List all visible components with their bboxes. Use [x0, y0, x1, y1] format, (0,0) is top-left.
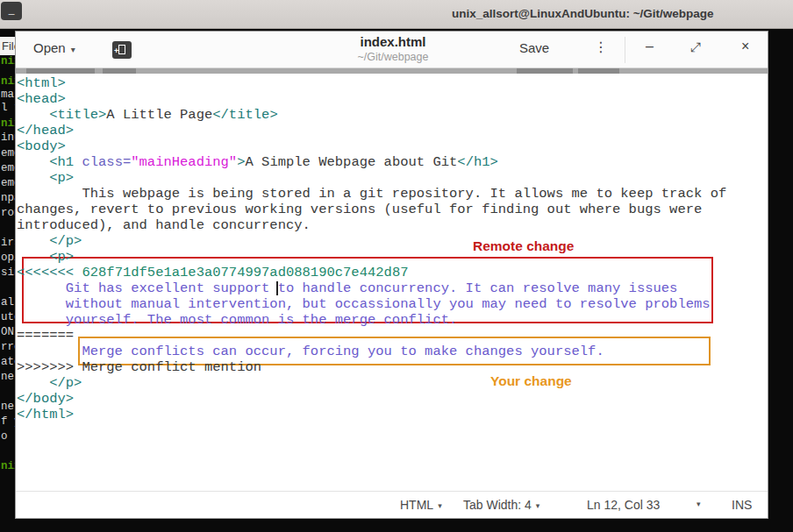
terminal-text-fragment: ate [1, 356, 16, 369]
window-corner-button[interactable]: _ [1, 2, 22, 20]
code-segment-hash: 628f71df5e1a1e3a0774997ad088190c7e442d87 [82, 265, 408, 280]
code-segment-plain [17, 375, 49, 391]
document-title: index.html [305, 34, 481, 49]
code-segment-purple: yourself. The most common is the merge c… [17, 312, 457, 328]
terminal-text-fragment: uto [1, 311, 16, 324]
gedit-window: Open▾ + index.html ~/Git/webpage Save ⋮ … [15, 31, 768, 519]
terminal-text-fragment: inu [1, 131, 16, 145]
code-content: <html><head> <title>A Little Page</title… [17, 75, 726, 422]
code-segment-plain: A Simple Webpage about Git [245, 154, 457, 170]
code-line: >>>>>>> Merge conflict mention [17, 359, 726, 375]
terminal-file-menu[interactable]: File [0, 37, 16, 55]
code-segment-plain: introduced), and handle concurrency. [17, 217, 311, 233]
code-line: <h1 class="mainHeading">A Simple Webpage… [17, 154, 726, 170]
code-line: <body> [17, 138, 726, 154]
code-line: <title>A Little Page</title> [17, 107, 726, 123]
code-line: <head> [17, 91, 726, 107]
code-line: yourself. The most common is the merge c… [17, 312, 726, 328]
code-line: ======= [17, 328, 726, 344]
code-segment-plain: changes, revert to previous working vers… [17, 202, 702, 217]
header-separator [625, 37, 625, 63]
code-line: <p> [17, 170, 726, 186]
code-segment-tag: <<<<<<< [17, 265, 82, 280]
language-label: HTML [400, 498, 433, 512]
code-segment-plain: >>>>>>> Merge conflict mention [17, 359, 261, 375]
code-segment-purple: without manual intervention, but occassi… [17, 296, 711, 312]
terminal-text-fragment: nix [1, 117, 16, 131]
maximize-icon[interactable]: ⤢ [690, 39, 701, 55]
chevron-down-icon: ▾ [536, 501, 540, 510]
terminal-text-fragment: opi [1, 252, 16, 265]
code-segment-purple: Merge conflicts can occur, forcing you t… [17, 344, 604, 359]
document-path: ~/Git/webpage [305, 51, 481, 63]
code-segment-tag: <p> [49, 170, 74, 186]
terminal-text-fragment: mas [1, 89, 16, 102]
code-segment-attr: class= [82, 154, 131, 170]
insert-mode-indicator: INS [732, 498, 752, 512]
chevron-down-icon: ▾ [71, 45, 75, 54]
plus-icon: + [114, 46, 118, 55]
code-segment-tag: </title> [212, 107, 277, 123]
code-segment-plain: A Little Page [106, 107, 212, 123]
chevron-down-icon: ▾ [438, 501, 442, 510]
code-segment-plain: ======= [17, 328, 74, 344]
code-segment-purple: Git has excellent support to handle conc… [17, 280, 677, 296]
terminal-text-fragment: ne [1, 371, 16, 384]
terminal-text-fragment: all [1, 296, 16, 309]
code-segment-tag: </html> [17, 407, 74, 422]
code-line: Merge conflicts can occur, forcing you t… [17, 344, 726, 359]
terminal-text-fragment: emo [1, 147, 16, 160]
terminal-text-fragment: ron [1, 207, 16, 220]
code-segment-tag: <body> [17, 138, 66, 154]
close-icon[interactable]: × [741, 39, 749, 54]
new-document-button[interactable]: + [112, 41, 132, 59]
open-label: Open [33, 40, 66, 55]
text-editor-area[interactable]: Remote change Your change <html><head> <… [16, 74, 768, 491]
code-segment-tag: </p> [49, 233, 82, 249]
chevron-down-icon[interactable]: ▾ [697, 500, 701, 508]
terminal-text-fragment: f y [1, 415, 16, 429]
kebab-menu-icon[interactable]: ⋮ [594, 39, 608, 55]
terminal-text-fragment: nix [1, 460, 16, 473]
code-line: </html> [17, 407, 726, 422]
terminal-text-fragment: irs [1, 237, 16, 250]
code-segment-plain [17, 249, 49, 265]
tab-width-selector[interactable]: Tab Width: 4▾ [463, 498, 539, 512]
terminal-text-fragment: emo [1, 162, 16, 175]
terminal-titlebar[interactable]: _ unix_allsort@LinuxAndUbuntu: ~/Git/web… [0, 0, 793, 29]
statusbar: HTML▾ Tab Width: 4▾ Ln 12, Col 33 ▾ INS [16, 491, 768, 518]
code-line: <p> [17, 249, 726, 265]
tab-width-label: Tab Width: 4 [463, 498, 532, 512]
code-segment-plain [17, 107, 49, 123]
editor-headerbar: Open▾ + index.html ~/Git/webpage Save ⋮ … [16, 32, 768, 68]
save-button[interactable]: Save [519, 40, 549, 55]
code-segment-plain [17, 154, 49, 170]
code-line: without manual intervention, but occassi… [17, 296, 726, 312]
code-segment-tag: <p> [49, 249, 74, 265]
code-segment-plain [17, 170, 49, 186]
code-line: </head> [17, 123, 726, 138]
language-selector[interactable]: HTML▾ [400, 498, 442, 512]
terminal-text-fragment: rro [1, 341, 16, 354]
code-segment-plain: This webpage is being stored in a git re… [17, 186, 726, 202]
terminal-text-fragment: nix [1, 75, 16, 89]
terminal-text-fragment: emo [1, 177, 16, 190]
code-segment-tag: </p> [49, 375, 82, 391]
code-line: <html> [17, 75, 726, 91]
code-segment-plain [17, 233, 49, 249]
code-line: </p> [17, 375, 726, 391]
text-cursor [276, 281, 278, 295]
cursor-position[interactable]: Ln 12, Col 33 [587, 498, 660, 512]
terminal-text-fragment: l t [1, 102, 16, 115]
desktop: _ unix_allsort@LinuxAndUbuntu: ~/Git/web… [0, 0, 793, 532]
code-line: changes, revert to previous working vers… [17, 202, 726, 217]
terminal-text-fragment: ONI [1, 326, 16, 339]
open-button[interactable]: Open▾ [33, 40, 75, 55]
terminal-title: unix_allsort@LinuxAndUbuntu: ~/Git/webpa… [452, 7, 714, 20]
code-segment-tag: <head> [17, 91, 66, 107]
code-segment-tag: <title> [49, 107, 106, 123]
minimize-icon[interactable]: – [646, 39, 654, 54]
document-icon [118, 45, 125, 54]
code-line: </body> [17, 391, 726, 407]
terminal-text-fragment: npa [1, 192, 16, 205]
